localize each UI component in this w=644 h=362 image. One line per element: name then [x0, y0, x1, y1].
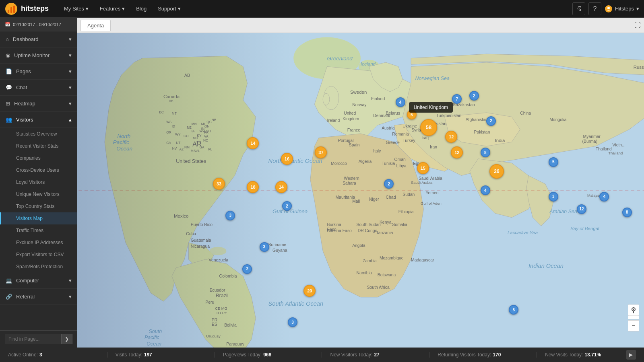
user-menu[interactable]: Hitsteps ▾ [605, 5, 639, 13]
svg-text:Botswana: Botswana [378, 273, 396, 277]
map-marker-8[interactable]: 8 [481, 148, 490, 157]
svg-text:Burkina Faso: Burkina Faso [327, 228, 352, 233]
zoom-out-button[interactable]: − [628, 320, 639, 331]
svg-text:Mongolia: Mongolia [549, 117, 566, 122]
map-marker-7[interactable]: 7 [452, 94, 462, 104]
sub-traffic-times[interactable]: Traffic Times [0, 224, 77, 237]
main-body: 📅 02/10/2017 - 08/10/2017 ⌂ Dashboard ▾ … [0, 18, 644, 348]
map-marker-14[interactable]: 14 [247, 137, 259, 149]
svg-text:Mali: Mali [352, 199, 360, 204]
map-marker-26[interactable]: 26 [489, 164, 504, 179]
map-marker-4c[interactable]: 4 [599, 192, 609, 202]
svg-text:ON: ON [204, 124, 210, 128]
map-container[interactable]: North Atlantic Ocean South Atlantic Ocea… [77, 33, 644, 348]
date-range-picker[interactable]: 📅 02/10/2017 - 08/10/2017 [0, 18, 77, 31]
svg-text:Morocco: Morocco [331, 161, 347, 166]
svg-text:Turkey: Turkey [402, 138, 415, 143]
status-expand-button[interactable]: ▶ [626, 350, 636, 360]
map-marker-4b[interactable]: 4 [481, 185, 490, 195]
map-marker-16[interactable]: 16 [281, 153, 293, 165]
map-marker-2b[interactable]: 2 [242, 264, 252, 274]
map-marker-5b[interactable]: 5 [549, 157, 558, 167]
map-marker-12a[interactable]: 12 [445, 131, 457, 143]
svg-text:Mauritania: Mauritania [335, 195, 355, 200]
sub-top-country-stats[interactable]: Top Country Stats [0, 200, 77, 212]
map-marker-14b[interactable]: 14 [275, 181, 287, 193]
map-marker-3a[interactable]: 3 [225, 211, 235, 220]
svg-rect-154 [628, 304, 639, 316]
sub-statistics-overview[interactable]: Statistics Overview [0, 128, 77, 140]
find-toggle-button[interactable]: ❯ [61, 334, 72, 344]
svg-text:Arabian Sea: Arabian Sea [549, 209, 577, 214]
date-range-label: 02/10/2017 - 08/10/2017 [13, 22, 61, 27]
link-icon: 🔗 [6, 294, 12, 300]
svg-text:South Sudan: South Sudan [357, 222, 381, 227]
logo-icon [5, 2, 18, 15]
svg-text:France: France [347, 128, 361, 132]
nav-blog[interactable]: Blog [130, 0, 152, 18]
map-marker-2c[interactable]: 2 [469, 91, 479, 101]
map-marker-2a[interactable]: 2 [282, 201, 292, 211]
sub-exclude-ip[interactable]: Exclude IP Addresses [0, 237, 77, 249]
svg-text:Uruguay: Uruguay [206, 334, 221, 338]
svg-text:Western: Western [344, 176, 359, 181]
sidebar-item-referral[interactable]: 🔗 Referral ▾ [0, 289, 77, 305]
fullscreen-button[interactable]: ⛶ [634, 22, 641, 29]
map-marker-5c[interactable]: 5 [509, 305, 518, 315]
map-marker-8b[interactable]: 8 [622, 208, 632, 217]
svg-text:South Africa: South Africa [367, 285, 390, 290]
map-marker-20[interactable]: 20 [303, 285, 316, 297]
map-marker-3b[interactable]: 3 [260, 242, 269, 252]
map-locator-icon[interactable] [628, 304, 639, 317]
sidebar-item-dashboard[interactable]: ⌂ Dashboard ▾ [0, 31, 77, 47]
nav-support[interactable]: Support ▾ [152, 0, 186, 18]
logo[interactable]: hitsteps [5, 2, 49, 15]
agenta-tab[interactable]: Agenta [80, 20, 111, 31]
help-button[interactable]: ? [588, 2, 601, 15]
map-marker-33[interactable]: 33 [213, 178, 225, 190]
map-marker-3d[interactable]: 3 [549, 192, 558, 202]
sidebar-item-chat[interactable]: 💬 Chat ▾ [0, 80, 77, 96]
status-visits-today: Visits Today: 197 [107, 352, 215, 358]
sub-recent-visitor-stats[interactable]: Recent Visitor Stats [0, 140, 77, 152]
map-marker-5a[interactable]: 5 [407, 110, 417, 119]
map-marker-3c[interactable]: 3 [288, 317, 297, 327]
svg-text:MT: MT [172, 111, 177, 115]
sub-loyal-visitors[interactable]: Loyal Visitors [0, 176, 77, 188]
map-marker-12c[interactable]: 12 [577, 204, 586, 214]
nav-my-sites[interactable]: My Sites ▾ [58, 0, 94, 18]
svg-text:Mozambique: Mozambique [380, 256, 404, 260]
sub-cross-device[interactable]: Cross-Device Users [0, 164, 77, 176]
svg-text:Pacific: Pacific [144, 335, 160, 340]
svg-text:Turkmenistan: Turkmenistan [436, 113, 462, 118]
sub-companies[interactable]: Companies [0, 152, 77, 164]
map-marker-2d[interactable]: 2 [486, 116, 496, 126]
map-marker-58[interactable]: 58 [420, 119, 437, 136]
sub-spam-protection[interactable]: Spam/Bots Protection [0, 261, 77, 273]
sidebar-item-pages[interactable]: 📄 Pages ▾ [0, 64, 77, 80]
svg-text:Burkina: Burkina [327, 222, 341, 227]
svg-text:South: South [149, 329, 162, 334]
sidebar-item-computer[interactable]: 💻 Computer ▾ [0, 273, 77, 289]
svg-text:Guyana: Guyana [272, 248, 287, 253]
map-marker-2e[interactable]: 2 [384, 179, 394, 189]
map-marker-18[interactable]: 18 [247, 181, 259, 193]
sub-unique-new-visitors[interactable]: Unique New Visitors [0, 188, 77, 200]
sub-visitors-map[interactable]: Visitors Map [0, 212, 77, 224]
svg-text:QC: QC [206, 120, 212, 124]
map-marker-37[interactable]: 37 [315, 146, 327, 158]
map-marker-4a[interactable]: 4 [396, 97, 405, 107]
print-button[interactable]: 🖨 [572, 2, 585, 15]
sidebar-item-heatmap[interactable]: ⊞ Heatmap ▾ [0, 96, 77, 112]
svg-text:WY: WY [175, 132, 181, 136]
map-marker-15[interactable]: 15 [417, 162, 429, 174]
sidebar-item-uptime[interactable]: ◉ Uptime Monitor ▾ [0, 47, 77, 64]
sidebar-item-visitors[interactable]: 👥 Visitors ▴ [0, 112, 77, 128]
chat-icon: 💬 [6, 84, 12, 90]
nav-features[interactable]: Features ▾ [94, 0, 130, 18]
sub-export-csv[interactable]: Export Visitors to CSV [0, 249, 77, 261]
svg-text:GA: GA [200, 145, 204, 149]
map-marker-12b[interactable]: 12 [451, 146, 463, 158]
find-input[interactable] [5, 334, 61, 344]
calendar-icon: 📅 [5, 22, 10, 27]
